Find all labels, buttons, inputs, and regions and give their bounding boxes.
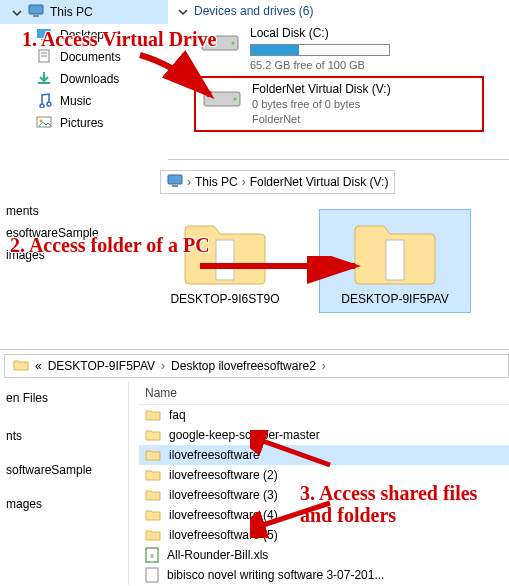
list-item[interactable]: ilovefreesoftware (4) — [139, 505, 509, 525]
breadcrumb-overflow[interactable]: « — [35, 359, 42, 373]
folder-icon — [145, 488, 161, 502]
nav-documents[interactable]: Documents — [0, 46, 168, 68]
folder-label: DESKTOP-9I6ST9O — [150, 292, 300, 312]
nav-this-pc[interactable]: This PC — [0, 0, 168, 24]
svg-point-11 — [232, 42, 235, 45]
svg-rect-0 — [29, 5, 43, 14]
breadcrumb-virtual-disk[interactable]: FolderNet Virtual Disk (V:) — [250, 175, 389, 189]
drive-local-c[interactable]: Local Disk (C:) 65.2 GB free of 100 GB — [194, 22, 484, 76]
sidebar-fragment[interactable]: ments — [0, 200, 120, 222]
capacity-fill — [251, 45, 299, 55]
breadcrumb[interactable]: › This PC › FolderNet Virtual Disk (V:) — [160, 170, 395, 194]
nav-desktop[interactable]: Desktop — [0, 24, 168, 46]
pc-icon — [28, 3, 44, 22]
nav-tree: This PC Desktop Documents Downloads Musi… — [0, 0, 168, 160]
file-list: Name faq google-keep-scraper-master ilov… — [128, 382, 509, 585]
breadcrumb-this-pc[interactable]: This PC — [195, 175, 238, 189]
drives-pane: Devices and drives (6) Local Disk (C:) 6… — [170, 0, 509, 160]
drive-v-sub2: FolderNet — [252, 112, 391, 126]
breadcrumb-folder[interactable]: Desktop ilovefreesoftware2 — [171, 359, 316, 373]
nav-this-pc-label: This PC — [50, 5, 93, 19]
list-item[interactable]: faq — [139, 405, 509, 425]
breadcrumb-desktop-pc[interactable]: DESKTOP-9IF5PAV — [48, 359, 155, 373]
desktop-icon — [36, 26, 52, 45]
file-name: ilovefreesoftware (4) — [169, 508, 278, 522]
file-name: google-keep-scraper-master — [169, 428, 320, 442]
svg-rect-1 — [33, 15, 39, 17]
sidebar-fragment[interactable]: softwareSample — [0, 458, 128, 482]
folder-icon — [145, 448, 161, 462]
list-item[interactable]: ilovefreesoftware (5) — [139, 525, 509, 545]
nav-pictures[interactable]: Pictures — [0, 112, 168, 134]
panel-top: This PC Desktop Documents Downloads Musi… — [0, 0, 509, 160]
sidebar-fragment[interactable]: images — [0, 244, 120, 266]
folder-icon — [180, 216, 270, 288]
column-header-name[interactable]: Name — [139, 382, 509, 405]
folder-label: DESKTOP-9IF5PAV — [320, 292, 470, 312]
panel-middle: › This PC › FolderNet Virtual Disk (V:) … — [0, 160, 509, 350]
devices-group-label: Devices and drives (6) — [194, 4, 313, 18]
nav-music[interactable]: Music — [0, 90, 168, 112]
sidebar-fragment[interactable]: esoftwareSample — [0, 222, 120, 244]
sidebar-fragment[interactable]: mages — [0, 492, 128, 516]
drive-v-text: FolderNet Virtual Disk (V:) 0 bytes free… — [252, 82, 391, 126]
file-icon — [145, 567, 159, 583]
drive-foldernet-v[interactable]: FolderNet Virtual Disk (V:) 0 bytes free… — [194, 76, 484, 132]
file-name: ilovefreesoftware (5) — [169, 528, 278, 542]
capacity-bar — [250, 44, 390, 56]
sidebar-fragment[interactable]: nts — [0, 424, 128, 448]
folder-icon — [145, 508, 161, 522]
documents-icon — [36, 48, 52, 67]
chevron-right-icon: › — [322, 359, 326, 373]
list-item[interactable]: X All-Rounder-Bill.xls — [139, 545, 509, 565]
file-name: faq — [169, 408, 186, 422]
svg-rect-17 — [386, 240, 404, 280]
file-name: ilovefreesoftware (2) — [169, 468, 278, 482]
hdd-icon — [202, 82, 242, 112]
drive-v-title: FolderNet Virtual Disk (V:) — [252, 82, 391, 98]
folder-icon — [145, 528, 161, 542]
list-item[interactable]: ilovefreesoftware (2) — [139, 465, 509, 485]
folder-desktop-9i6st9o[interactable]: DESKTOP-9I6ST9O — [150, 210, 300, 312]
svg-text:X: X — [150, 553, 154, 559]
chevron-down-icon — [178, 6, 188, 16]
svg-rect-15 — [172, 185, 178, 187]
drive-c-sub: 65.2 GB free of 100 GB — [250, 58, 390, 72]
nav-documents-label: Documents — [60, 50, 121, 64]
music-icon — [36, 92, 52, 111]
chevron-right-icon: › — [187, 175, 191, 189]
folder-icon — [350, 216, 440, 288]
devices-group-header[interactable]: Devices and drives (6) — [170, 0, 509, 22]
folder-icon — [145, 428, 161, 442]
chevron-right-icon: › — [242, 175, 246, 189]
svg-point-13 — [234, 97, 237, 100]
list-item[interactable]: bibisco novel writing software 3-07-201.… — [139, 565, 509, 585]
file-name: bibisco novel writing software 3-07-201.… — [167, 568, 384, 582]
panel2-sidebar: ments esoftwareSample images — [0, 200, 120, 266]
svg-rect-3 — [41, 39, 47, 40]
folder-icon — [145, 468, 161, 482]
file-name: ilovefreesoftware — [169, 448, 260, 462]
nav-downloads[interactable]: Downloads — [0, 68, 168, 90]
pc-icon — [167, 173, 183, 192]
sidebar-fragment[interactable]: en Files — [0, 386, 128, 410]
breadcrumb[interactable]: « DESKTOP-9IF5PAV › Desktop ilovefreesof… — [4, 354, 509, 378]
xls-file-icon: X — [145, 547, 159, 563]
panel-bottom: « DESKTOP-9IF5PAV › Desktop ilovefreesof… — [0, 350, 509, 586]
list-item[interactable]: ilovefreesoftware — [139, 445, 509, 465]
list-item[interactable]: ilovefreesoftware (3) — [139, 485, 509, 505]
folder-desktop-9if5pav[interactable]: DESKTOP-9IF5PAV — [320, 210, 470, 312]
drive-v-sub1: 0 bytes free of 0 bytes — [252, 97, 391, 111]
svg-point-9 — [40, 119, 43, 122]
chevron-down-icon — [12, 7, 22, 17]
svg-rect-16 — [216, 240, 234, 280]
panel3-sidebar: en Files nts softwareSample mages — [0, 382, 128, 585]
downloads-icon — [36, 70, 52, 89]
drive-c-title: Local Disk (C:) — [250, 26, 390, 42]
nav-music-label: Music — [60, 94, 91, 108]
folder-grid: DESKTOP-9I6ST9O DESKTOP-9IF5PAV — [150, 210, 470, 312]
chevron-right-icon: › — [161, 359, 165, 373]
list-item[interactable]: google-keep-scraper-master — [139, 425, 509, 445]
drive-c-text: Local Disk (C:) 65.2 GB free of 100 GB — [250, 26, 390, 72]
nav-pictures-label: Pictures — [60, 116, 103, 130]
